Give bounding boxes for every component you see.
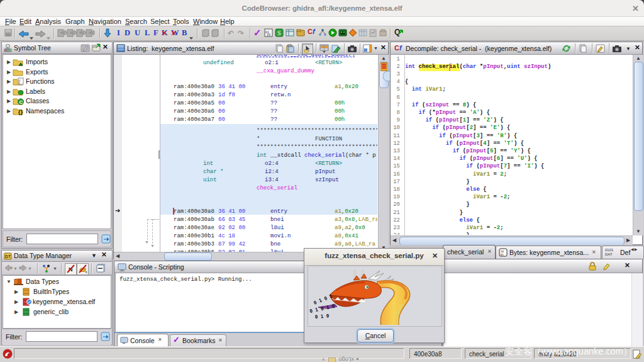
- svg-text:DT: DT: [5, 254, 11, 259]
- svg-text:C: C: [19, 99, 23, 105]
- svg-text:10: 10: [267, 33, 270, 37]
- svg-text:0 1 0: 0 1 0: [314, 313, 330, 320]
- svg-text:01: 01: [501, 253, 504, 256]
- svg-text:0 1 0 1 0: 0 1 0 1 0: [309, 303, 336, 314]
- svg-text:{}: {}: [18, 109, 23, 115]
- svg-text:S: S: [277, 30, 281, 37]
